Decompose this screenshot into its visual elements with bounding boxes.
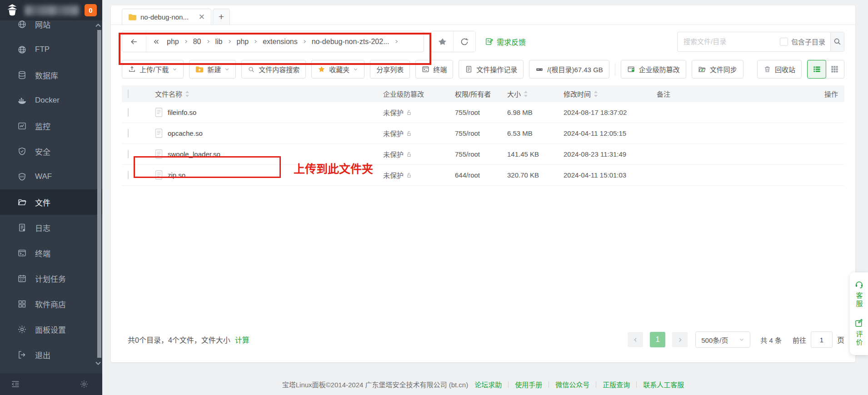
row-checkbox[interactable] (128, 150, 129, 158)
file-icon (155, 128, 163, 138)
collapse-sidebar-icon[interactable] (11, 380, 20, 389)
breadcrumb-segment[interactable]: php (234, 38, 252, 46)
feedback-link[interactable]: 需求反馈 (485, 36, 526, 47)
column-header: 备注 (657, 90, 670, 98)
star-icon (438, 37, 447, 46)
file-size: 6.98 MB (504, 109, 560, 116)
sidebar-item-website[interactable]: 网站 (0, 20, 102, 37)
sidebar-item-label: 面板设置 (35, 324, 66, 335)
table-row[interactable]: zip.so 未保护 644/root 320.70 KB 2024-04-11… (122, 165, 844, 186)
sidebar-item-files[interactable]: 文件 (0, 189, 102, 215)
directory-summary: 共0个目录，4个文件，文件大小 (122, 334, 230, 345)
sidebar-item-settings[interactable]: 面板设置 (0, 316, 102, 342)
breadcrumb-segment[interactable]: no-debug-non-zts-202... (309, 38, 393, 46)
page-size-select[interactable]: 500条/页 (695, 331, 750, 348)
list-view-button[interactable] (807, 60, 826, 79)
sidebar-item-ftp[interactable]: FTP (0, 37, 102, 62)
customer-service-button[interactable]: 客服 (854, 280, 864, 308)
file-size: 6.53 MB (504, 129, 560, 137)
sidebar-item-logs[interactable]: 日志 (0, 215, 102, 240)
status-bar: 共0个目录，4个文件，文件大小 计算 1 500条/页 共 4 条 前往 页 (122, 331, 844, 349)
terminal-button[interactable]: 终端 (415, 60, 453, 79)
select-all-checkbox[interactable] (128, 89, 129, 98)
gear-icon[interactable] (80, 380, 89, 389)
file-sync-button[interactable]: 文件同步 (692, 60, 743, 79)
footer-link-manual[interactable]: 使用手册 (515, 380, 542, 389)
include-subdir-checkbox[interactable] (780, 38, 788, 46)
scroll-down-icon[interactable] (95, 360, 101, 366)
file-name[interactable]: swoole_loader.so (168, 150, 220, 158)
column-header: 操作 (824, 90, 838, 98)
share-list-button[interactable]: 分享列表 (370, 60, 410, 79)
row-checkbox[interactable] (128, 108, 129, 117)
file-name[interactable]: fileinfo.so (168, 109, 196, 116)
sort-by-mtime[interactable]: 修改时间 (564, 89, 598, 99)
sort-by-name[interactable]: 文件名称 (155, 89, 190, 99)
favorite-path-button[interactable] (431, 31, 453, 52)
close-icon[interactable]: ✕ (199, 13, 205, 21)
file-name[interactable]: opcache.so (168, 129, 203, 137)
new-button[interactable]: 新建 (189, 60, 236, 79)
row-checkbox[interactable] (128, 171, 129, 179)
sidebar-item-waf[interactable]: WAF WAF (0, 164, 102, 189)
page-unit-label: 页 (837, 334, 844, 345)
scroll-up-icon[interactable] (95, 23, 101, 28)
back-button[interactable] (122, 31, 146, 52)
search-button[interactable] (830, 32, 844, 51)
globe-icon (17, 20, 27, 29)
footer-link-forum[interactable]: 论坛求助 (474, 380, 502, 389)
current-page-button[interactable]: 1 (650, 332, 665, 347)
add-tab-button[interactable]: + (213, 9, 230, 25)
footer-link-genuine[interactable]: 正版查询 (603, 380, 630, 389)
folder-icon (17, 198, 27, 207)
favorites-button[interactable]: 收藏夹 (311, 60, 364, 79)
grid-view-button[interactable] (825, 60, 844, 79)
sidebar-item-terminal[interactable]: 终端 (0, 240, 102, 266)
content-search-button[interactable]: 文件内容搜索 (241, 60, 306, 79)
monitor-icon (17, 121, 27, 131)
collapse-path-button[interactable] (146, 38, 164, 45)
chevron-down-icon (353, 67, 358, 72)
disk-usage-button[interactable]: /(根目录)67.43 GB (529, 60, 609, 79)
sidebar-item-logout[interactable]: 退出 (0, 342, 102, 367)
sidebar-item-appstore[interactable]: 软件商店 (0, 291, 102, 316)
upload-download-button[interactable]: 上传/下载 (122, 60, 184, 79)
table-row[interactable]: opcache.so 未保护 755/root 6.53 MB 2024-04-… (122, 123, 844, 144)
table-row[interactable]: fileinfo.so 未保护 755/root 6.98 MB 2024-08… (122, 102, 844, 123)
terminal-icon (17, 248, 27, 258)
sidebar-item-database[interactable]: 数据库 (0, 62, 102, 88)
row-checkbox[interactable] (128, 129, 129, 138)
file-operations-log-button[interactable]: 文件操作记录 (459, 60, 524, 79)
breadcrumb-segment[interactable]: lib (212, 38, 226, 46)
footer-link-support[interactable]: 联系人工客服 (643, 380, 684, 389)
footer-link-wechat[interactable]: 微信公众号 (555, 380, 589, 389)
sidebar-scrollbar-thumb[interactable] (97, 30, 101, 358)
sidebar-item-cron[interactable]: 计划任务 (0, 266, 102, 291)
sort-by-size[interactable]: 大小 (507, 89, 528, 99)
sidebar-item-docker[interactable]: Docker (0, 88, 102, 113)
breadcrumb-segment[interactable]: extensions (259, 38, 301, 46)
refresh-button[interactable] (453, 31, 475, 52)
next-page-button[interactable] (672, 332, 688, 347)
file-icon (155, 170, 163, 180)
tamper-proof-button[interactable]: 企业级防篡改 (621, 60, 686, 79)
grid-view-icon (830, 65, 839, 74)
tab-directory[interactable]: no-debug-non... ✕ (122, 9, 211, 25)
file-permission: 755/root (452, 109, 504, 116)
sidebar-item-monitor[interactable]: 监控 (0, 113, 102, 138)
breadcrumb-segment[interactable]: php (164, 38, 182, 46)
prev-page-button[interactable] (628, 332, 643, 347)
recycle-bin-button[interactable]: 回收站 (757, 60, 802, 79)
file-name[interactable]: zip.so (168, 171, 185, 179)
search-input[interactable] (678, 38, 780, 45)
table-row-swoole-loader[interactable]: swoole_loader.so 未保护 755/root 141.45 KB … (122, 144, 844, 165)
calculate-size-link[interactable]: 计算 (235, 334, 249, 345)
chevron-down-icon (224, 67, 229, 72)
review-button[interactable]: 评价 (854, 318, 864, 347)
logo-bar: 0 (0, 0, 102, 20)
disk-icon (535, 65, 544, 74)
sidebar-item-security[interactable]: 安全 (0, 138, 102, 164)
breadcrumb-segment[interactable]: 80 (190, 38, 205, 46)
arrow-left-icon (130, 37, 139, 46)
goto-page-input[interactable] (811, 331, 833, 348)
